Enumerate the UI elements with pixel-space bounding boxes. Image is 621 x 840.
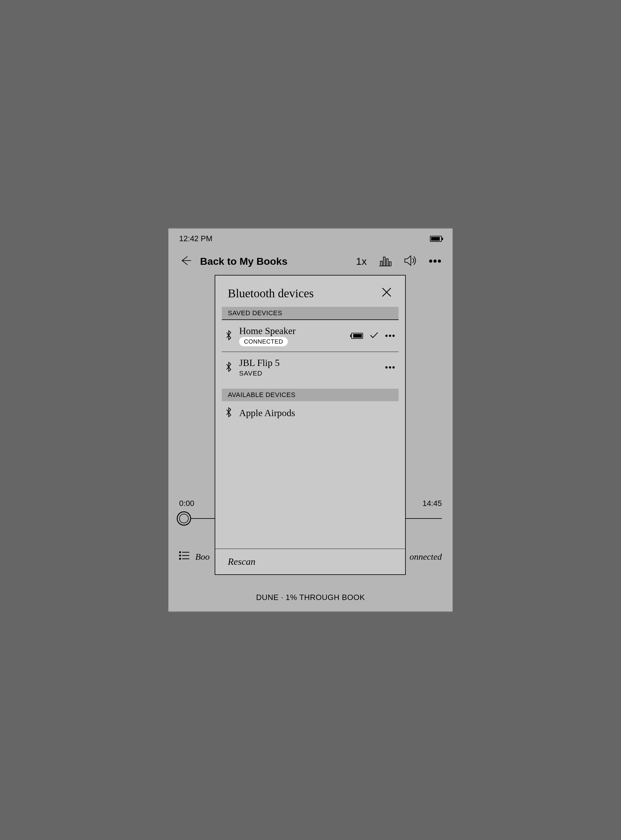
battery-icon [430, 236, 442, 242]
device-name: Home Speaker [239, 325, 345, 336]
elapsed-time: 0:00 [179, 499, 194, 508]
back-label[interactable]: Back to My Books [200, 256, 347, 267]
available-devices-header: AVAILABLE DEVICES [222, 389, 398, 401]
volume-icon[interactable] [404, 254, 417, 268]
seek-thumb[interactable] [177, 512, 191, 526]
nav-right: 1x ••• [356, 254, 442, 268]
playback-speed[interactable]: 1x [356, 256, 367, 267]
clock: 12:42 PM [179, 234, 212, 243]
equalizer-icon[interactable] [379, 254, 392, 268]
footer-progress: DUNE · 1% THROUGH BOOK [168, 593, 453, 602]
top-nav: Back to My Books 1x ••• [168, 251, 453, 272]
chapter-label-left: Boo [195, 552, 210, 562]
back-arrow-icon[interactable] [179, 254, 191, 268]
svg-point-0 [179, 552, 181, 553]
saved-device-row[interactable]: Home Speaker CONNECTED ••• [222, 320, 398, 352]
svg-point-1 [179, 555, 181, 556]
device-name: Apple Airpods [239, 407, 395, 419]
screen: 12:42 PM Back to My Books 1x ••• 0:00 14… [168, 228, 453, 612]
connected-check-icon [370, 331, 379, 340]
remaining-time: 14:45 [423, 499, 442, 508]
saved-devices-header: SAVED DEVICES [222, 307, 398, 320]
modal-title: Bluetooth devices [228, 286, 314, 300]
bluetooth-icon [225, 407, 233, 419]
svg-point-2 [179, 558, 181, 559]
device-status: CONNECTED [239, 337, 288, 346]
rescan-button[interactable]: Rescan [228, 556, 392, 567]
device-name: JBL Flip 5 [239, 357, 379, 368]
chapter-label-right: onnected [410, 552, 442, 562]
bluetooth-modal: Bluetooth devices SAVED DEVICES Home Spe… [215, 275, 406, 575]
available-device-row[interactable]: Apple Airpods [222, 401, 398, 424]
device-battery-icon [351, 333, 363, 339]
saved-device-row[interactable]: JBL Flip 5 SAVED ••• [222, 352, 398, 383]
bluetooth-icon [225, 330, 233, 342]
bluetooth-icon [225, 361, 233, 374]
close-button[interactable] [381, 286, 392, 300]
toc-icon[interactable] [179, 551, 190, 562]
device-status: SAVED [239, 369, 379, 377]
status-bar: 12:42 PM [168, 234, 453, 243]
